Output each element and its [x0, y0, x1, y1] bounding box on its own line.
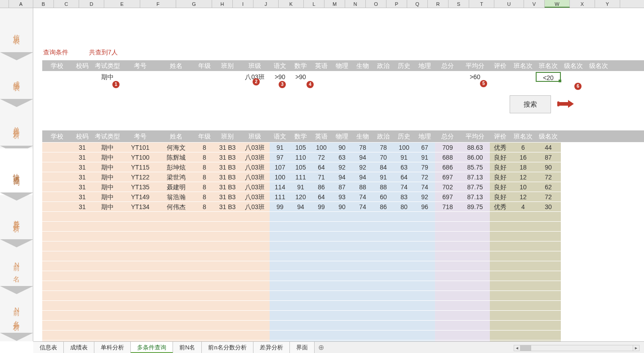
table-cell: 优秀: [490, 202, 511, 211]
table-cell: 718: [435, 202, 460, 211]
filter-cell[interactable]: [394, 72, 414, 82]
table-cell: 97: [270, 152, 290, 162]
col-header-N[interactable]: N: [345, 0, 366, 8]
sheet-tab[interactable]: 成绩表: [64, 342, 94, 353]
col-header-Q[interactable]: Q: [407, 0, 428, 8]
filter-cell[interactable]: [586, 72, 611, 82]
table-row[interactable]: 31期中YT122梁世鸿831 B3八03班100111719494916472…: [42, 172, 644, 182]
filter-header-cell: 历史: [394, 60, 414, 71]
filter-cell[interactable]: >90: [270, 72, 290, 82]
col-header-L[interactable]: L: [304, 0, 324, 8]
left-tab-label: 差异分析: [12, 215, 21, 222]
table-cell: 91: [394, 152, 414, 162]
left-tab-info[interactable]: 信息表: [0, 8, 33, 55]
col-header-Y[interactable]: Y: [595, 0, 620, 8]
col-header-U[interactable]: U: [494, 0, 524, 8]
table-cell: 优秀: [490, 143, 511, 152]
table-row[interactable]: 31期中YT135聂建明831 B3八03班114918687888874747…: [42, 182, 644, 192]
table-row[interactable]: 31期中YT101何海文831 B3八03班911051009078781006…: [42, 142, 644, 152]
col-header-A[interactable]: A: [9, 0, 33, 8]
filter-cell[interactable]: [332, 72, 352, 82]
left-tab-topn[interactable]: 前N名: [0, 242, 33, 289]
col-header-S[interactable]: S: [449, 0, 469, 8]
filter-cell[interactable]: [311, 72, 332, 82]
scroll-left-arrow[interactable]: ◄: [514, 345, 520, 351]
table-row[interactable]: 31期中YT134何伟杰831 B3八03班999499907486809671…: [42, 201, 644, 211]
table-row[interactable]: 31期中YT115彭坤炫831 B3八03班107105649292846379…: [42, 162, 644, 172]
filter-cell[interactable]: [435, 72, 460, 82]
left-tab-quick[interactable]: 快速查询: [0, 148, 33, 195]
badge-2: 2: [253, 78, 260, 85]
sheet-tabs-bar: 信息表成绩表单科分析多条件查询前N名前n名分数分析差异分析界面 ⊕ ◄ ►: [33, 341, 644, 353]
col-header-H[interactable]: H: [212, 0, 233, 8]
left-tab-label: 前N名: [12, 259, 21, 272]
filter-cell[interactable]: [414, 72, 435, 82]
col-header-O[interactable]: O: [366, 0, 386, 8]
left-vertical-tabs: 信息表成绩表单科分析快速查询差异分析前N名前N名分析界面: [0, 8, 33, 341]
col-header-W[interactable]: W: [545, 0, 570, 8]
empty-seg: [435, 301, 490, 310]
filter-header-cell: 评价: [490, 60, 511, 71]
filter-cell[interactable]: <20: [536, 72, 561, 82]
filter-cell[interactable]: >90: [290, 72, 311, 82]
col-header-F[interactable]: F: [140, 0, 176, 8]
table-cell: 86.00: [460, 152, 490, 162]
filter-cell[interactable]: [511, 72, 536, 82]
col-header-X[interactable]: X: [570, 0, 595, 8]
left-tab-ui[interactable]: 界面: [0, 335, 33, 353]
col-header-I[interactable]: I: [233, 0, 253, 8]
empty-seg: [270, 232, 435, 241]
filter-cell[interactable]: [194, 72, 215, 82]
col-header-P[interactable]: P: [386, 0, 407, 8]
add-sheet-button[interactable]: ⊕: [315, 342, 328, 353]
filter-cell[interactable]: [352, 72, 373, 82]
table-cell: 12: [511, 172, 536, 182]
table-cell: 80: [394, 202, 414, 211]
empty-row: [42, 231, 644, 241]
scroll-right-arrow[interactable]: ►: [633, 345, 639, 351]
col-header-K[interactable]: K: [279, 0, 304, 8]
table-cell: 聂建明: [158, 182, 194, 192]
table-cell: 期中: [93, 182, 122, 192]
col-header-J[interactable]: J: [253, 0, 279, 8]
filter-cell[interactable]: 期中: [93, 72, 122, 82]
filter-cell[interactable]: [72, 72, 93, 82]
filter-cell[interactable]: [122, 72, 158, 82]
left-tab-single[interactable]: 单科分析: [0, 102, 33, 148]
filter-cell[interactable]: [215, 72, 240, 82]
table-cell: 何海文: [158, 143, 194, 152]
sheet-tab[interactable]: 单科分析: [94, 342, 131, 353]
col-header-M[interactable]: M: [324, 0, 345, 8]
sheet-tab[interactable]: 前n名分数分析: [202, 342, 253, 353]
sheet-tab[interactable]: 多条件查询: [131, 342, 173, 353]
sheet-tab[interactable]: 信息表: [33, 342, 64, 353]
results-header-cell: 语文: [270, 130, 290, 142]
col-header-D[interactable]: D: [79, 0, 104, 8]
filter-cell[interactable]: [561, 72, 586, 82]
left-tab-diff[interactable]: 差异分析: [0, 195, 33, 242]
col-header-E[interactable]: E: [104, 0, 140, 8]
col-header-V[interactable]: V: [524, 0, 545, 8]
left-tab-score[interactable]: 成绩表: [0, 55, 33, 102]
sheet-tab[interactable]: 前N名: [173, 342, 202, 353]
left-tab-topn-an[interactable]: 前N名分析: [0, 289, 33, 335]
filter-cell[interactable]: [373, 72, 394, 82]
col-header-G[interactable]: G: [176, 0, 212, 8]
col-header-B[interactable]: B: [33, 0, 54, 8]
filter-cell[interactable]: [490, 72, 511, 82]
filter-header-cell: 班名次: [511, 60, 536, 71]
col-header-C[interactable]: C: [54, 0, 79, 8]
table-cell: 31: [72, 172, 93, 182]
scroll-thumb[interactable]: [520, 345, 531, 351]
table-row[interactable]: 31期中YT149翁浩瀚831 B3八03班111120649374608392…: [42, 192, 644, 201]
table-cell: 697: [435, 172, 460, 182]
sheet-tab[interactable]: 差异分析: [253, 342, 290, 353]
filter-cell[interactable]: [42, 72, 72, 82]
col-header-T[interactable]: T: [469, 0, 494, 8]
table-row[interactable]: 31期中YT100陈辉城831 B3八03班971107263947091916…: [42, 152, 644, 162]
filter-cell[interactable]: [158, 72, 194, 82]
horiz-scrollbar[interactable]: ◄ ►: [514, 345, 640, 351]
search-button[interactable]: 搜索: [510, 95, 551, 113]
col-header-R[interactable]: R: [428, 0, 449, 8]
sheet-tab[interactable]: 界面: [290, 342, 315, 353]
